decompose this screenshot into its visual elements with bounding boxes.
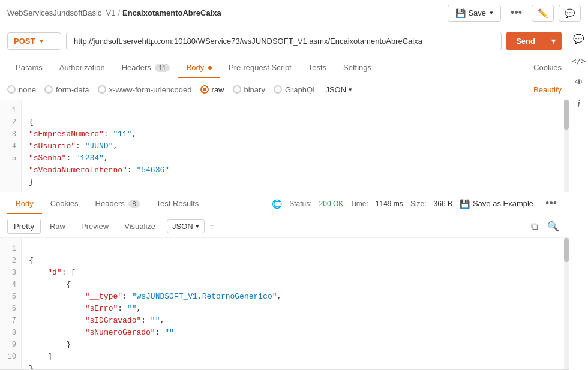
format-tab-preview[interactable]: Preview [74, 219, 115, 234]
response-headers-badge: 8 [128, 200, 139, 208]
time-label: Time: [350, 200, 368, 208]
tab-settings[interactable]: Settings [335, 58, 380, 78]
top-header: WebServicesJundsoftBasic_V1 / Encaixotam… [0, 0, 588, 26]
response-meta: 🌐 Status: 200 OK Time: 1149 ms Size: 366… [272, 195, 562, 212]
radio-dot-form-data [44, 85, 53, 94]
editor-area: POST ▾ Send ▾ Params Authorization Heade… [0, 26, 569, 370]
format-tab-raw[interactable]: Raw [43, 219, 72, 234]
response-more-button[interactable]: ••• [541, 195, 562, 212]
headers-badge: 11 [155, 64, 169, 72]
body-indicator [208, 66, 212, 70]
method-select[interactable]: POST ▾ [7, 32, 61, 50]
tab-prerequest[interactable]: Pre-request Script [220, 58, 300, 78]
response-tab-cookies[interactable]: Cookies [42, 194, 87, 214]
body-options: none form-data x-www-form-urlencoded raw [0, 79, 569, 100]
response-vscroll-thumb[interactable] [564, 238, 569, 262]
save-example-button[interactable]: 💾 Save as Example [460, 199, 533, 209]
radio-binary[interactable]: binary [233, 85, 265, 94]
save-dropdown-icon: ▾ [490, 9, 493, 17]
response-format-select[interactable]: JSON ▾ [167, 219, 205, 233]
status-value: 200 OK [319, 200, 344, 208]
response-body-editor[interactable]: 1 2 3 4 5 6 7 8 9 10 { "d": [ { "__type"… [0, 238, 569, 370]
radio-form-data[interactable]: form-data [44, 85, 89, 94]
sidebar-eye-icon[interactable]: 👁 [572, 76, 586, 88]
request-vscroll-thumb[interactable] [564, 100, 569, 130]
response-format-right: ⧉ 🔍 [529, 219, 562, 233]
format-dropdown-icon: ▾ [349, 86, 352, 94]
send-button[interactable]: Send ▾ [506, 32, 562, 50]
size-value: 366 B [434, 200, 452, 208]
request-tab-nav: Params Authorization Headers 11 Body Pre… [0, 56, 569, 79]
format-tab-visualize[interactable]: Visualize [118, 219, 162, 234]
filter-icon[interactable]: ≡ [209, 222, 214, 231]
tab-authorization[interactable]: Authorization [51, 58, 113, 78]
request-code-content[interactable]: { "sEmpresaNumero": "11", "sUsuario": "J… [22, 100, 569, 192]
radio-none[interactable]: none [7, 85, 36, 94]
more-button[interactable]: ••• [506, 4, 527, 22]
breadcrumb-collection[interactable]: WebServicesJundsoftBasic_V1 [7, 8, 115, 17]
save-button[interactable]: 💾 Save ▾ [448, 5, 501, 22]
copy-response-button[interactable]: ⧉ [529, 219, 540, 233]
radio-graphql[interactable]: GraphQL [274, 85, 317, 94]
tab-body[interactable]: Body [178, 58, 220, 78]
radio-dot-urlencoded [98, 85, 106, 94]
method-dropdown-icon: ▾ [40, 37, 43, 45]
body-options-left: none form-data x-www-form-urlencoded raw [7, 85, 352, 94]
save-icon: 💾 [455, 8, 466, 18]
response-format-bar: Pretty Raw Preview Visualize JSON ▾ ≡ ⧉ … [0, 215, 569, 238]
sidebar-info-icon[interactable]: i [575, 98, 583, 110]
send-label: Send [506, 32, 545, 50]
format-select[interactable]: JSON ▾ [325, 85, 352, 94]
header-actions: 💾 Save ▾ ••• ✏️ 💬 [448, 4, 581, 22]
response-code-lines: 1 2 3 4 5 6 7 8 9 10 { "d": [ { "__type"… [0, 238, 569, 369]
request-vscroll[interactable] [564, 100, 569, 192]
tab-tests[interactable]: Tests [300, 58, 335, 78]
size-label: Size: [410, 200, 427, 208]
request-tabs: Params Authorization Headers 11 Body Pre… [7, 58, 380, 77]
breadcrumb-current: EncaixotamentoAbreCaixa [122, 8, 221, 17]
response-tab-test-results[interactable]: Test Results [148, 194, 208, 214]
line-numbers-top: 1 2 3 4 5 [0, 100, 22, 192]
response-vscroll[interactable] [564, 238, 569, 369]
radio-dot-binary [233, 85, 241, 94]
edit-icon-button[interactable]: ✏️ [532, 5, 554, 22]
url-input[interactable] [66, 32, 502, 50]
main-content: POST ▾ Send ▾ Params Authorization Heade… [0, 26, 588, 370]
radio-urlencoded[interactable]: x-www-form-urlencoded [98, 85, 192, 94]
cookies-link[interactable]: Cookies [533, 58, 562, 77]
method-label: POST [14, 37, 35, 46]
radio-raw[interactable]: raw [200, 85, 224, 94]
search-response-button[interactable]: 🔍 [545, 219, 562, 233]
response-tab-headers[interactable]: Headers 8 [87, 194, 148, 214]
beautify-button[interactable]: Beautify [533, 85, 562, 94]
response-tab-body[interactable]: Body [7, 194, 42, 214]
right-sidebar: 💬 </> 👁 i [569, 26, 588, 370]
response-tabs: Body Cookies Headers 8 Test Results [7, 194, 207, 213]
radio-dot-graphql [274, 85, 282, 94]
time-value: 1149 ms [376, 200, 403, 208]
response-format-dropdown-icon: ▾ [196, 222, 199, 230]
send-dropdown-icon[interactable]: ▾ [545, 32, 562, 50]
tab-params[interactable]: Params [7, 58, 51, 78]
save-label: Save [468, 8, 486, 17]
comment-icon-button[interactable]: 💬 [559, 5, 581, 22]
url-bar: POST ▾ Send ▾ [0, 26, 569, 56]
breadcrumb: WebServicesJundsoftBasic_V1 / Encaixotam… [7, 8, 221, 17]
status-label: Status: [289, 200, 311, 208]
globe-icon: 🌐 [272, 199, 282, 209]
radio-dot-raw [200, 85, 209, 94]
breadcrumb-separator: / [118, 8, 120, 17]
tab-headers[interactable]: Headers 11 [113, 58, 178, 78]
sidebar-code-icon[interactable]: </> [569, 55, 588, 67]
response-code-content: { "d": [ { "__type": "wsJUNDSOFT_V1.Reto… [22, 238, 569, 369]
request-body-editor[interactable]: 1 2 3 4 5 { "sEmpresaNumero": "11", "sUs… [0, 100, 569, 192]
line-numbers-bottom: 1 2 3 4 5 6 7 8 9 10 [0, 238, 22, 369]
code-lines: 1 2 3 4 5 { "sEmpresaNumero": "11", "sUs… [0, 100, 569, 192]
response-tab-nav: Body Cookies Headers 8 Test Results 🌐 St… [0, 192, 569, 215]
save-example-label: Save as Example [473, 199, 533, 208]
response-format-left: Pretty Raw Preview Visualize JSON ▾ ≡ [7, 219, 214, 234]
radio-dot-none [7, 85, 16, 94]
format-tab-pretty[interactable]: Pretty [7, 219, 41, 234]
save-example-icon: 💾 [460, 199, 470, 209]
sidebar-comment-icon[interactable]: 💬 [571, 32, 587, 46]
